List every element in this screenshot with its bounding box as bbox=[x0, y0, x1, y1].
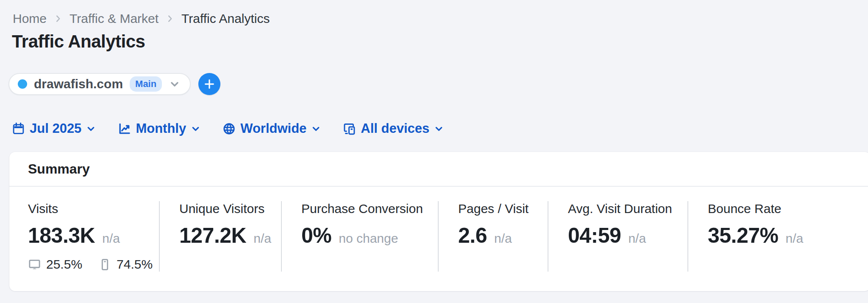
metric-avg-visit-duration: Avg. Visit Duration 04:59 n/a bbox=[548, 201, 687, 272]
metric-value: 35.27% bbox=[708, 224, 779, 247]
metric-pages-per-visit: Pages / Visit 2.6 n/a bbox=[438, 201, 548, 272]
chevron-down-icon bbox=[311, 124, 321, 134]
metric-value: 2.6 bbox=[458, 224, 487, 247]
metric-delta: n/a bbox=[786, 231, 804, 246]
desktop-share: 25.5% bbox=[46, 257, 82, 272]
domain-row: drawafish.com Main bbox=[8, 73, 868, 95]
breadcrumb: Home Traffic & Market Traffic Analytics bbox=[13, 11, 868, 26]
region-filter[interactable]: Worldwide bbox=[223, 121, 321, 136]
metric-value: 0% bbox=[301, 224, 331, 247]
region-filter-label: Worldwide bbox=[240, 121, 306, 136]
add-domain-button[interactable] bbox=[198, 73, 220, 95]
page-title: Traffic Analytics bbox=[12, 31, 868, 52]
chevron-down-icon bbox=[169, 78, 181, 90]
metric-delta: n/a bbox=[253, 231, 271, 246]
desktop-icon bbox=[28, 258, 41, 271]
domain-name: drawafish.com bbox=[34, 77, 123, 91]
date-filter-label: Jul 2025 bbox=[30, 121, 81, 136]
mobile-icon bbox=[98, 258, 111, 271]
breadcrumb-home[interactable]: Home bbox=[13, 11, 47, 26]
summary-card-header: Summary bbox=[9, 152, 868, 187]
metric-delta: n/a bbox=[628, 231, 646, 246]
metric-label: Purchase Conversion bbox=[301, 201, 438, 216]
metric-delta: no change bbox=[339, 231, 398, 246]
metric-label: Pages / Visit bbox=[458, 201, 548, 216]
domain-selector[interactable]: drawafish.com Main bbox=[8, 73, 191, 95]
summary-title: Summary bbox=[28, 161, 90, 177]
metric-label: Visits bbox=[28, 201, 159, 216]
chevron-right-icon bbox=[165, 14, 175, 23]
metric-unique-visitors: Unique Visitors 127.2K n/a bbox=[159, 201, 281, 272]
device-split-row: 25.5% 74.5% bbox=[28, 257, 159, 272]
plus-icon bbox=[203, 78, 216, 90]
metric-label: Bounce Rate bbox=[708, 201, 868, 216]
date-filter[interactable]: Jul 2025 bbox=[12, 121, 96, 136]
device-filter[interactable]: All devices bbox=[343, 121, 444, 136]
globe-icon bbox=[223, 122, 236, 135]
metric-purchase-conversion: Purchase Conversion 0% no change bbox=[281, 201, 438, 272]
metric-value: 183.3K bbox=[28, 224, 95, 247]
calendar-icon bbox=[12, 122, 25, 135]
chevron-down-icon bbox=[86, 124, 96, 134]
metric-visits: Visits 183.3K n/a 25.5% bbox=[9, 201, 159, 272]
filter-row: Jul 2025 Monthly Worldwide bbox=[12, 121, 868, 136]
metric-label: Unique Visitors bbox=[179, 201, 281, 216]
breadcrumb-current: Traffic Analytics bbox=[181, 11, 270, 26]
domain-color-dot bbox=[18, 79, 27, 89]
metric-value: 127.2K bbox=[179, 224, 246, 247]
granularity-filter[interactable]: Monthly bbox=[118, 121, 200, 136]
main-badge: Main bbox=[130, 76, 162, 92]
summary-card: Summary Visits 183.3K n/a 25.5% bbox=[9, 152, 868, 291]
breadcrumb-traffic-market[interactable]: Traffic & Market bbox=[70, 11, 159, 26]
line-chart-icon bbox=[118, 122, 131, 135]
metric-value: 04:59 bbox=[568, 224, 621, 247]
metric-label: Avg. Visit Duration bbox=[568, 201, 687, 216]
devices-icon bbox=[343, 122, 356, 135]
chevron-down-icon bbox=[191, 124, 200, 134]
chevron-right-icon bbox=[53, 14, 63, 23]
mobile-share: 74.5% bbox=[117, 257, 153, 272]
granularity-filter-label: Monthly bbox=[136, 121, 186, 136]
summary-metrics-row: Visits 183.3K n/a 25.5% bbox=[9, 201, 868, 272]
device-filter-label: All devices bbox=[361, 121, 429, 136]
metric-delta: n/a bbox=[494, 231, 512, 246]
chevron-down-icon bbox=[434, 124, 444, 134]
metric-bounce-rate: Bounce Rate 35.27% n/a bbox=[687, 201, 868, 272]
metric-delta: n/a bbox=[102, 231, 120, 246]
